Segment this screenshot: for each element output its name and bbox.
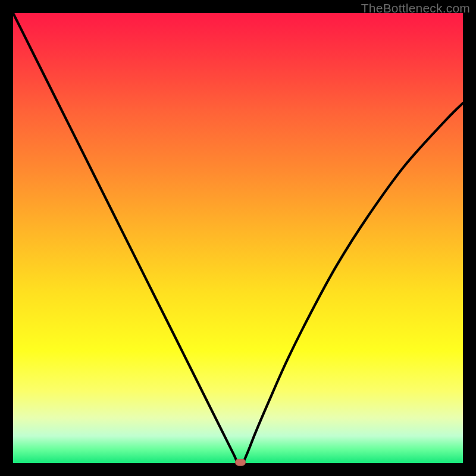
optimal-point-marker xyxy=(235,459,246,466)
chart-frame: TheBottleneck.com xyxy=(0,0,476,476)
chart-plot-area xyxy=(13,13,463,463)
watermark-text: TheBottleneck.com xyxy=(361,1,470,15)
bottleneck-curve xyxy=(13,13,463,463)
